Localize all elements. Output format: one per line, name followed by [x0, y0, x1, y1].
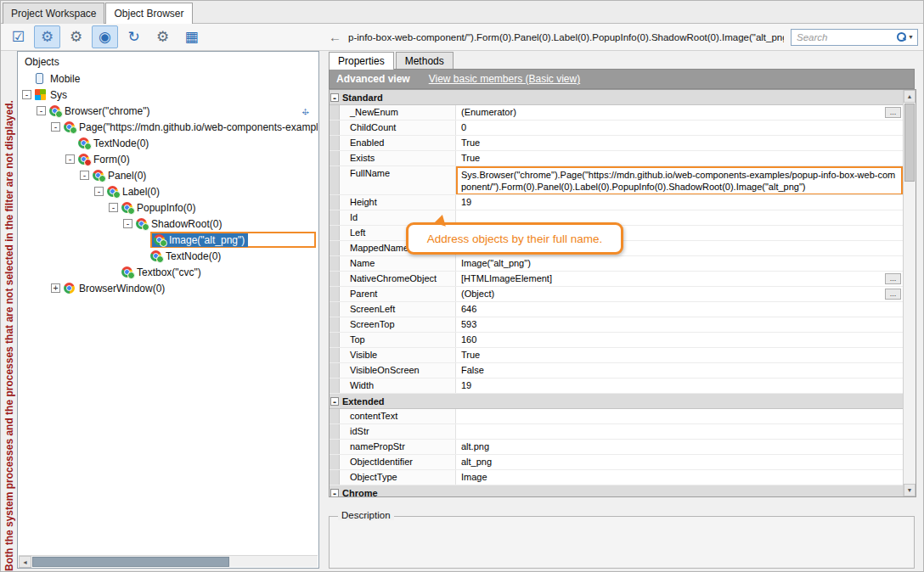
node-label: BrowserWindow(0): [79, 283, 165, 294]
search-options-caret-icon[interactable]: ▼: [908, 34, 914, 40]
tree-node-panel-0[interactable]: -Panel(0): [19, 167, 318, 183]
search-input[interactable]: [797, 32, 895, 42]
tab-properties[interactable]: Properties: [329, 52, 394, 70]
ellipsis-button[interactable]: ...: [885, 107, 901, 118]
expand-icon[interactable]: +: [51, 283, 60, 293]
back-arrow-icon[interactable]: ←: [329, 30, 341, 44]
tree-node-browser-chrome[interactable]: -Browser("chrome")↔↕: [19, 103, 318, 119]
collapse-icon[interactable]: -: [80, 171, 89, 180]
refresh-button[interactable]: ↻: [121, 25, 147, 48]
options-gear-button[interactable]: ⚙: [63, 25, 89, 48]
collapse-icon[interactable]: -: [94, 187, 104, 196]
move-cross-icon[interactable]: ↔↕: [299, 104, 312, 117]
basic-view-link[interactable]: View basic members (Basic view): [429, 73, 581, 85]
row-gutter: [330, 272, 340, 286]
tree-node-mobile[interactable]: Mobile: [19, 70, 318, 87]
property-row-screenleft[interactable]: ScreenLeft646: [330, 302, 903, 317]
search-icon[interactable]: [897, 32, 906, 42]
refresh-icon: ↻: [127, 28, 139, 46]
property-value: Image("alt_png"): [456, 256, 903, 271]
ellipsis-button[interactable]: ...: [885, 289, 901, 300]
scroll-up-icon[interactable]: ▲: [904, 90, 916, 103]
row-gutter: [330, 136, 340, 150]
property-row-enabled[interactable]: EnabledTrue: [330, 136, 903, 151]
collapse-icon[interactable]: -: [330, 93, 339, 102]
tree-node-image-alt-png[interactable]: Image("alt_png"): [19, 232, 318, 248]
collapse-icon[interactable]: -: [330, 489, 339, 497]
tab-project-workspace[interactable]: Project Workspace: [3, 3, 104, 24]
property-grid: -Standard_NewEnum(Enumerator)...ChildCou…: [329, 89, 916, 497]
tree-node-form-0[interactable]: -Form(0): [19, 151, 318, 167]
advanced-settings-gear-button[interactable]: ⚙: [149, 25, 176, 48]
property-name: Name: [340, 256, 456, 271]
scroll-left-icon[interactable]: ◄: [19, 556, 31, 568]
tree-node-textnode-0[interactable]: TextNode(0): [19, 248, 318, 264]
highlight-object-eye-icon: ◉: [99, 28, 111, 46]
callout-text: Address objects by their full name.: [427, 233, 602, 245]
show-panels-button[interactable]: ▦: [178, 25, 205, 48]
tree-node-popupinfo-0[interactable]: -PopupInfo(0): [19, 199, 318, 216]
tree-node-shadowroot-0[interactable]: -ShadowRoot(0): [19, 216, 318, 232]
property-name: Parent: [340, 287, 456, 301]
property-row-objectidentifier[interactable]: ObjectIdentifieralt_png: [330, 455, 903, 470]
tree-node-page-https-mdn-github-io-web-components-examples-popup-info-box-web-component[interactable]: -Page("https://mdn.github.io/web-compone…: [19, 119, 318, 135]
value-text: 0: [461, 122, 466, 132]
value-text: 19: [461, 197, 471, 207]
row-gutter: [330, 348, 340, 362]
property-row-fullname[interactable]: FullNameSys.Browser("chrome").Page("http…: [330, 166, 903, 195]
property-row-top[interactable]: Top160: [330, 333, 903, 348]
tree-node-sys[interactable]: -Sys: [19, 87, 318, 103]
property-row-namepropstr[interactable]: namePropStralt.png: [330, 440, 903, 455]
property-row-nativechromeobject[interactable]: NativeChromeObject[HTMLImageElement]...: [330, 272, 903, 287]
ellipsis-button[interactable]: ...: [885, 273, 901, 284]
collapse-icon[interactable]: -: [123, 219, 132, 228]
object-mapping-gears-button[interactable]: ⚙: [34, 25, 60, 48]
property-value: [456, 424, 903, 439]
property-name: idStr: [340, 424, 456, 439]
collapse-icon[interactable]: -: [37, 106, 46, 115]
property-row-parent[interactable]: Parent(Object)...: [330, 287, 903, 302]
collapse-icon[interactable]: -: [51, 122, 60, 132]
property-value: 646: [456, 302, 903, 317]
collapse-icon[interactable]: -: [65, 154, 75, 164]
property-row-newenum[interactable]: _NewEnum(Enumerator)...: [330, 105, 903, 121]
checked-fields-button[interactable]: ☑: [5, 25, 31, 48]
property-row-width[interactable]: Width19: [330, 379, 903, 394]
property-row-idstr[interactable]: idStr: [330, 424, 903, 440]
highlight-object-eye-button[interactable]: ◉: [92, 25, 118, 48]
property-name: Exists: [340, 151, 456, 165]
property-row-contenttext[interactable]: contentText: [330, 409, 903, 424]
property-row-childcount[interactable]: ChildCount0: [330, 121, 903, 136]
property-value: alt.png: [456, 440, 903, 454]
grid-vertical-scrollbar[interactable]: ▲ ▼: [903, 90, 916, 496]
collapse-icon[interactable]: -: [22, 90, 31, 99]
property-name: ScreenTop: [340, 317, 456, 332]
section-header-extended[interactable]: -Extended: [330, 394, 903, 409]
tree-scrollbar-thumb[interactable]: [32, 557, 229, 567]
collapse-icon[interactable]: -: [109, 203, 118, 212]
property-row-name[interactable]: NameImage("alt_png"): [330, 256, 903, 272]
tree-node-textbox-cvc[interactable]: Textbox("cvc"): [19, 264, 318, 280]
tree-node-textnode-0[interactable]: TextNode(0): [19, 135, 318, 151]
row-gutter: [330, 409, 340, 423]
chrome-icon: [49, 105, 60, 116]
property-row-screentop[interactable]: ScreenTop593: [330, 317, 903, 333]
scroll-down-icon[interactable]: ▼: [904, 484, 916, 496]
property-value: 160: [456, 333, 903, 347]
collapse-icon[interactable]: -: [330, 397, 339, 406]
property-row-visibleonscreen[interactable]: VisibleOnScreenFalse: [330, 363, 903, 379]
tree-horizontal-scrollbar[interactable]: ◄ ►: [19, 555, 318, 567]
section-header-chrome[interactable]: -Chrome: [330, 485, 903, 496]
section-header-standard[interactable]: -Standard: [330, 90, 903, 105]
tree-node-label-0[interactable]: -Label(0): [19, 183, 318, 199]
row-gutter: [330, 424, 340, 439]
property-name: Visible: [340, 348, 456, 362]
tab-object-browser[interactable]: Object Browser: [105, 3, 192, 24]
tree-node-browserwindow-0[interactable]: +BrowserWindow(0): [19, 280, 318, 296]
property-row-height[interactable]: Height19: [330, 195, 903, 210]
tab-methods[interactable]: Methods: [396, 52, 454, 70]
grid-scrollbar-thumb[interactable]: [904, 104, 915, 182]
property-row-exists[interactable]: ExistsTrue: [330, 151, 903, 166]
property-row-visible[interactable]: VisibleTrue: [330, 348, 903, 363]
property-row-objecttype[interactable]: ObjectTypeImage: [330, 470, 903, 485]
